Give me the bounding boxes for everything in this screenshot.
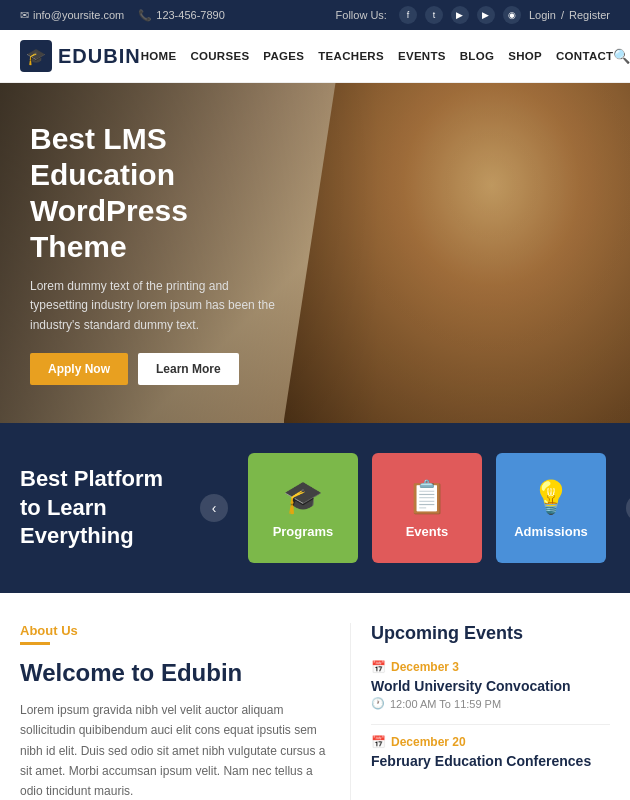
- nav-home[interactable]: HOME: [141, 50, 177, 62]
- youtube-icon[interactable]: ▶: [451, 6, 469, 24]
- about-label: About Us: [20, 623, 330, 638]
- event-item-1: 📅 December 3 World University Convocatio…: [371, 660, 610, 710]
- events-card[interactable]: 📋 Events: [372, 453, 482, 563]
- instagram-icon[interactable]: ◉: [503, 6, 521, 24]
- event-time-1: 🕐 12:00 AM To 11:59 PM: [371, 697, 610, 710]
- logo-text: EDUBIN: [58, 45, 141, 68]
- hero-content: Best LMS Education WordPress Theme Lorem…: [0, 91, 320, 415]
- phone-icon: 📞: [138, 9, 152, 22]
- hero-description: Lorem dummy text of the printing and typ…: [30, 277, 290, 335]
- hero-section: Best LMS Education WordPress Theme Lorem…: [0, 83, 630, 423]
- platform-title: Best Platform to Learn Everything: [20, 465, 180, 551]
- logo-icon: 🎓: [20, 40, 52, 72]
- event-divider: [371, 724, 610, 725]
- nav-teachers[interactable]: TEACHERS: [318, 50, 384, 62]
- about-title: Welcome to Edubin: [20, 659, 330, 688]
- about-desc-1: Lorem ipsum gravida nibh vel velit aucto…: [20, 700, 330, 800]
- admissions-label: Admissions: [514, 524, 588, 539]
- search-icon[interactable]: 🔍: [613, 48, 630, 64]
- content-section: About Us Welcome to Edubin Lorem ipsum g…: [0, 593, 630, 800]
- twitter-icon[interactable]: t: [425, 6, 443, 24]
- calendar-icon-2: 📅: [371, 735, 386, 749]
- event-name-2[interactable]: February Education Conferences: [371, 753, 610, 769]
- follow-label: Follow Us:: [336, 9, 387, 21]
- top-bar-social: Follow Us: f t ▶ ▶ ◉ Login / Register: [336, 6, 610, 24]
- events-icon: 📋: [407, 478, 447, 516]
- header: 🎓 EDUBIN HOME COURSES PAGES TEACHERS EVE…: [0, 30, 630, 83]
- facebook-icon[interactable]: f: [399, 6, 417, 24]
- learn-more-button[interactable]: Learn More: [138, 353, 239, 385]
- programs-icon: 🎓: [283, 478, 323, 516]
- apply-now-button[interactable]: Apply Now: [30, 353, 128, 385]
- email-icon: ✉: [20, 9, 29, 22]
- admissions-icon: 💡: [531, 478, 571, 516]
- login-register: Login / Register: [529, 9, 610, 21]
- programs-card[interactable]: 🎓 Programs: [248, 453, 358, 563]
- nav-courses[interactable]: COURSES: [190, 50, 249, 62]
- event-name-1[interactable]: World University Convocation: [371, 678, 610, 694]
- about-underline: [20, 642, 50, 645]
- top-bar-contact: ✉ info@yoursite.com 📞 123-456-7890: [20, 9, 225, 22]
- nav-pages[interactable]: PAGES: [263, 50, 304, 62]
- platform-cards: 🎓 Programs 📋 Events 💡 Admissions: [248, 453, 606, 563]
- programs-label: Programs: [273, 524, 334, 539]
- events-label: Events: [406, 524, 449, 539]
- nav-icons: 🔍 🛒 0: [613, 48, 630, 64]
- next-arrow[interactable]: ›: [626, 494, 630, 522]
- hero-title: Best LMS Education WordPress Theme: [30, 121, 290, 265]
- login-link[interactable]: Login: [529, 9, 556, 21]
- register-link[interactable]: Register: [569, 9, 610, 21]
- event-date-2: 📅 December 20: [371, 735, 610, 749]
- admissions-card[interactable]: 💡 Admissions: [496, 453, 606, 563]
- event-item-2: 📅 December 20 February Education Confere…: [371, 735, 610, 769]
- main-nav: HOME COURSES PAGES TEACHERS EVENTS BLOG …: [141, 50, 614, 62]
- clock-icon-1: 🕐: [371, 697, 385, 710]
- calendar-icon-1: 📅: [371, 660, 386, 674]
- youtube2-icon[interactable]: ▶: [477, 6, 495, 24]
- events-column: Upcoming Events 📅 December 3 World Unive…: [350, 623, 610, 800]
- nav-shop[interactable]: SHOP: [508, 50, 542, 62]
- separator: /: [561, 9, 564, 21]
- phone-info: 📞 123-456-7890: [138, 9, 225, 22]
- about-column: About Us Welcome to Edubin Lorem ipsum g…: [20, 623, 350, 800]
- hero-buttons: Apply Now Learn More: [30, 353, 290, 385]
- logo[interactable]: 🎓 EDUBIN: [20, 40, 141, 72]
- nav-blog[interactable]: BLOG: [460, 50, 494, 62]
- nav-events[interactable]: EVENTS: [398, 50, 446, 62]
- event-date-text-2: December 20: [391, 735, 466, 749]
- top-bar: ✉ info@yoursite.com 📞 123-456-7890 Follo…: [0, 0, 630, 30]
- event-time-text-1: 12:00 AM To 11:59 PM: [390, 698, 501, 710]
- graduation-cap-icon: 🎓: [26, 47, 46, 66]
- events-title: Upcoming Events: [371, 623, 610, 644]
- email-info: ✉ info@yoursite.com: [20, 9, 124, 22]
- prev-arrow[interactable]: ‹: [200, 494, 228, 522]
- event-date-text-1: December 3: [391, 660, 459, 674]
- event-date-1: 📅 December 3: [371, 660, 610, 674]
- nav-contact[interactable]: CONTACT: [556, 50, 613, 62]
- platform-section: Best Platform to Learn Everything ‹ 🎓 Pr…: [0, 423, 630, 593]
- chevron-left-icon: ‹: [212, 500, 217, 516]
